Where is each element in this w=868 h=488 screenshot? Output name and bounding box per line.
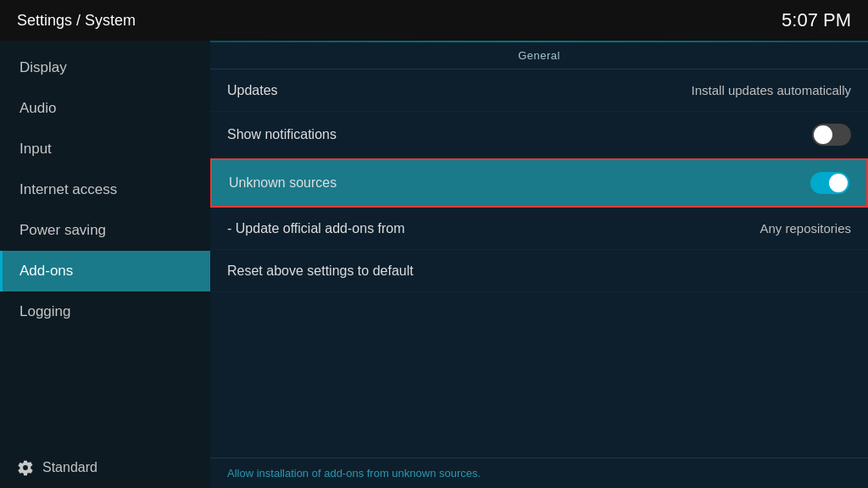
setting-row-updates[interactable]: Updates Install updates automatically <box>210 69 868 112</box>
content-hint: Allow installation of add-ons from unkno… <box>210 458 868 488</box>
profile-label: Standard <box>42 460 97 475</box>
sidebar-item-audio[interactable]: Audio <box>0 88 210 129</box>
update-addons-label: - Update official add-ons from <box>227 221 405 236</box>
reset-label: Reset above settings to default <box>227 263 414 279</box>
sidebar-item-add-ons[interactable]: Add-ons <box>0 251 210 291</box>
sidebar-item-logging[interactable]: Logging <box>0 291 210 332</box>
sidebar-item-power-saving[interactable]: Power saving <box>0 210 210 251</box>
toggle-knob <box>829 174 848 192</box>
sidebar-item-input[interactable]: Input <box>0 129 210 169</box>
page-title: Settings / System <box>17 12 136 30</box>
updates-label: Updates <box>227 83 278 98</box>
section-header: General <box>210 42 868 69</box>
unknown-sources-toggle[interactable] <box>810 172 849 194</box>
setting-row-update-addons[interactable]: - Update official add-ons from Any repos… <box>210 208 868 250</box>
sidebar-item-internet-access[interactable]: Internet access <box>0 169 210 210</box>
setting-row-reset[interactable]: Reset above settings to default <box>210 250 868 292</box>
unknown-sources-label: Unknown sources <box>229 175 337 191</box>
header: Settings / System 5:07 PM <box>0 0 868 41</box>
show-notifications-toggle[interactable] <box>812 124 851 146</box>
gear-icon <box>17 459 34 476</box>
main-layout: Display Audio Input Internet access Powe… <box>0 41 868 488</box>
setting-row-unknown-sources[interactable]: Unknown sources <box>210 158 868 208</box>
sidebar-footer[interactable]: Standard <box>0 447 210 488</box>
sidebar: Display Audio Input Internet access Powe… <box>0 41 210 488</box>
clock: 5:07 PM <box>782 9 851 31</box>
setting-row-show-notifications[interactable]: Show notifications <box>210 112 868 158</box>
updates-value: Install updates automatically <box>692 83 851 97</box>
sidebar-item-display[interactable]: Display <box>0 47 210 88</box>
update-addons-value: Any repositories <box>760 221 851 236</box>
toggle-knob <box>814 125 832 144</box>
show-notifications-label: Show notifications <box>227 127 337 142</box>
content-area: General Updates Install updates automati… <box>210 41 868 488</box>
settings-panel: General Updates Install updates automati… <box>210 42 868 458</box>
